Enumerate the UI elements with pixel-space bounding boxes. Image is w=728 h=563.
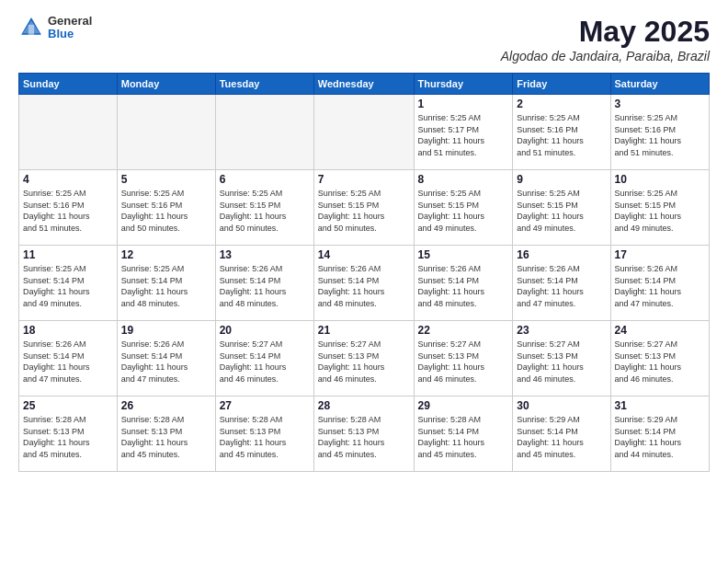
- day-info: Sunrise: 5:27 AM Sunset: 5:13 PM Dayligh…: [517, 339, 606, 385]
- day-number: 29: [418, 399, 509, 412]
- day-info: Sunrise: 5:26 AM Sunset: 5:14 PM Dayligh…: [517, 263, 606, 309]
- day-info: Sunrise: 5:29 AM Sunset: 5:14 PM Dayligh…: [615, 414, 705, 460]
- calendar-day-cell: 6Sunrise: 5:25 AM Sunset: 5:15 PM Daylig…: [215, 170, 313, 246]
- calendar-week-row: 11Sunrise: 5:25 AM Sunset: 5:14 PM Dayli…: [19, 246, 710, 321]
- day-number: 23: [517, 324, 606, 337]
- day-info: Sunrise: 5:25 AM Sunset: 5:15 PM Dayligh…: [220, 188, 310, 234]
- day-number: 19: [121, 324, 211, 337]
- day-number: 21: [318, 324, 410, 337]
- page: General Blue May 2025 Algodao de Jandair…: [0, 0, 728, 563]
- day-number: 12: [121, 248, 211, 261]
- day-info: Sunrise: 5:25 AM Sunset: 5:15 PM Dayligh…: [418, 188, 509, 234]
- day-number: 13: [220, 248, 310, 261]
- day-number: 7: [318, 173, 410, 186]
- calendar-day-cell: 24Sunrise: 5:27 AM Sunset: 5:13 PM Dayli…: [610, 321, 709, 396]
- calendar-day-cell: [313, 95, 414, 170]
- day-info: Sunrise: 5:25 AM Sunset: 5:15 PM Dayligh…: [318, 188, 410, 234]
- calendar-day-cell: 3Sunrise: 5:25 AM Sunset: 5:16 PM Daylig…: [610, 95, 709, 170]
- calendar-day-cell: 28Sunrise: 5:28 AM Sunset: 5:13 PM Dayli…: [313, 396, 414, 472]
- location: Algodao de Jandaira, Paraiba, Brazil: [501, 49, 710, 63]
- svg-rect-2: [28, 25, 34, 35]
- day-info: Sunrise: 5:29 AM Sunset: 5:14 PM Dayligh…: [517, 414, 606, 460]
- logo-blue: Blue: [48, 28, 92, 40]
- day-number: 26: [121, 399, 211, 412]
- calendar-header-row: SundayMondayTuesdayWednesdayThursdayFrid…: [19, 74, 710, 95]
- title-block: May 2025 Algodao de Jandaira, Paraiba, B…: [501, 15, 710, 63]
- calendar-day-cell: 18Sunrise: 5:26 AM Sunset: 5:14 PM Dayli…: [19, 321, 118, 396]
- calendar-day-cell: 5Sunrise: 5:25 AM Sunset: 5:16 PM Daylig…: [117, 170, 215, 246]
- calendar-weekday: Friday: [513, 74, 610, 95]
- day-info: Sunrise: 5:26 AM Sunset: 5:14 PM Dayligh…: [23, 339, 113, 385]
- day-number: 31: [615, 399, 705, 412]
- calendar-weekday: Saturday: [610, 74, 709, 95]
- day-info: Sunrise: 5:28 AM Sunset: 5:13 PM Dayligh…: [121, 414, 211, 460]
- calendar-day-cell: 26Sunrise: 5:28 AM Sunset: 5:13 PM Dayli…: [117, 396, 215, 472]
- calendar-day-cell: 9Sunrise: 5:25 AM Sunset: 5:15 PM Daylig…: [513, 170, 610, 246]
- calendar-week-row: 1Sunrise: 5:25 AM Sunset: 5:17 PM Daylig…: [19, 95, 710, 170]
- day-info: Sunrise: 5:27 AM Sunset: 5:13 PM Dayligh…: [615, 339, 705, 385]
- calendar-day-cell: 11Sunrise: 5:25 AM Sunset: 5:14 PM Dayli…: [19, 246, 118, 321]
- day-info: Sunrise: 5:25 AM Sunset: 5:16 PM Dayligh…: [615, 112, 705, 158]
- calendar-weekday: Wednesday: [313, 74, 414, 95]
- day-info: Sunrise: 5:27 AM Sunset: 5:14 PM Dayligh…: [220, 339, 310, 385]
- calendar-weekday: Monday: [117, 74, 215, 95]
- logo-icon: [18, 15, 44, 40]
- day-info: Sunrise: 5:27 AM Sunset: 5:13 PM Dayligh…: [418, 339, 509, 385]
- day-number: 24: [615, 324, 705, 337]
- calendar-table: SundayMondayTuesdayWednesdayThursdayFrid…: [18, 73, 710, 472]
- day-number: 5: [121, 173, 211, 186]
- calendar-day-cell: 25Sunrise: 5:28 AM Sunset: 5:13 PM Dayli…: [19, 396, 118, 472]
- calendar-day-cell: 2Sunrise: 5:25 AM Sunset: 5:16 PM Daylig…: [513, 95, 610, 170]
- calendar-day-cell: 14Sunrise: 5:26 AM Sunset: 5:14 PM Dayli…: [313, 246, 414, 321]
- calendar-day-cell: [19, 95, 118, 170]
- calendar-day-cell: 31Sunrise: 5:29 AM Sunset: 5:14 PM Dayli…: [610, 396, 709, 472]
- day-info: Sunrise: 5:25 AM Sunset: 5:14 PM Dayligh…: [121, 263, 211, 309]
- logo: General Blue: [18, 15, 92, 41]
- calendar-week-row: 4Sunrise: 5:25 AM Sunset: 5:16 PM Daylig…: [19, 170, 710, 246]
- day-number: 9: [517, 173, 606, 186]
- calendar-day-cell: 19Sunrise: 5:26 AM Sunset: 5:14 PM Dayli…: [117, 321, 215, 396]
- day-number: 16: [517, 248, 606, 261]
- day-number: 14: [318, 248, 410, 261]
- day-info: Sunrise: 5:25 AM Sunset: 5:15 PM Dayligh…: [615, 188, 705, 234]
- day-number: 28: [318, 399, 410, 412]
- day-info: Sunrise: 5:28 AM Sunset: 5:13 PM Dayligh…: [318, 414, 410, 460]
- day-number: 17: [615, 248, 705, 261]
- calendar-day-cell: 7Sunrise: 5:25 AM Sunset: 5:15 PM Daylig…: [313, 170, 414, 246]
- day-info: Sunrise: 5:28 AM Sunset: 5:13 PM Dayligh…: [220, 414, 310, 460]
- calendar-week-row: 25Sunrise: 5:28 AM Sunset: 5:13 PM Dayli…: [19, 396, 710, 472]
- calendar-day-cell: 21Sunrise: 5:27 AM Sunset: 5:13 PM Dayli…: [313, 321, 414, 396]
- day-number: 11: [23, 248, 113, 261]
- day-number: 2: [517, 98, 606, 110]
- calendar-day-cell: 13Sunrise: 5:26 AM Sunset: 5:14 PM Dayli…: [215, 246, 313, 321]
- day-number: 4: [23, 173, 113, 186]
- calendar-day-cell: 8Sunrise: 5:25 AM Sunset: 5:15 PM Daylig…: [414, 170, 513, 246]
- day-number: 3: [615, 98, 705, 110]
- day-number: 25: [23, 399, 113, 412]
- day-number: 15: [418, 248, 509, 261]
- day-info: Sunrise: 5:28 AM Sunset: 5:13 PM Dayligh…: [23, 414, 113, 460]
- day-number: 8: [418, 173, 509, 186]
- calendar-day-cell: 23Sunrise: 5:27 AM Sunset: 5:13 PM Dayli…: [513, 321, 610, 396]
- calendar-day-cell: 29Sunrise: 5:28 AM Sunset: 5:14 PM Dayli…: [414, 396, 513, 472]
- header: General Blue May 2025 Algodao de Jandair…: [18, 15, 710, 63]
- month-title: May 2025: [501, 15, 710, 49]
- day-number: 6: [220, 173, 310, 186]
- calendar-day-cell: 16Sunrise: 5:26 AM Sunset: 5:14 PM Dayli…: [513, 246, 610, 321]
- logo-text: General Blue: [48, 15, 92, 41]
- calendar-day-cell: 10Sunrise: 5:25 AM Sunset: 5:15 PM Dayli…: [610, 170, 709, 246]
- day-info: Sunrise: 5:25 AM Sunset: 5:16 PM Dayligh…: [517, 112, 606, 158]
- day-info: Sunrise: 5:26 AM Sunset: 5:14 PM Dayligh…: [418, 263, 509, 309]
- calendar-day-cell: 17Sunrise: 5:26 AM Sunset: 5:14 PM Dayli…: [610, 246, 709, 321]
- day-info: Sunrise: 5:25 AM Sunset: 5:16 PM Dayligh…: [121, 188, 211, 234]
- day-number: 20: [220, 324, 310, 337]
- day-number: 1: [418, 98, 509, 110]
- day-info: Sunrise: 5:26 AM Sunset: 5:14 PM Dayligh…: [220, 263, 310, 309]
- day-number: 10: [615, 173, 705, 186]
- day-info: Sunrise: 5:26 AM Sunset: 5:14 PM Dayligh…: [121, 339, 211, 385]
- day-info: Sunrise: 5:26 AM Sunset: 5:14 PM Dayligh…: [615, 263, 705, 309]
- calendar-day-cell: 4Sunrise: 5:25 AM Sunset: 5:16 PM Daylig…: [19, 170, 118, 246]
- day-number: 30: [517, 399, 606, 412]
- calendar-day-cell: 22Sunrise: 5:27 AM Sunset: 5:13 PM Dayli…: [414, 321, 513, 396]
- day-info: Sunrise: 5:28 AM Sunset: 5:14 PM Dayligh…: [418, 414, 509, 460]
